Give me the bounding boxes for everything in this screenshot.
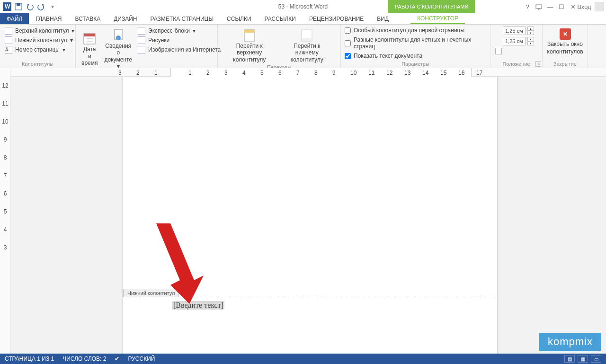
header-label: Верхний колонтитул [15, 27, 69, 34]
quick-parts-button[interactable]: Экспресс-блоки▾ [137, 27, 222, 35]
redo-icon[interactable] [36, 1, 46, 12]
dialog-launcher-icon[interactable]: ↘ [535, 61, 541, 67]
minimize-icon[interactable]: — [545, 2, 555, 11]
header-top-icon [494, 27, 501, 34]
quick-parts-icon [138, 27, 145, 35]
tab-layout[interactable]: РАЗМЕТКА СТРАНИЦЫ [144, 13, 221, 24]
status-page[interactable]: СТРАНИЦА 1 ИЗ 1 [5, 355, 54, 362]
goto-header-button[interactable]: Перейти к верхнемуколонтитулу [222, 27, 277, 64]
status-language[interactable]: РУССКИЙ [128, 355, 155, 362]
svg-rect-6 [84, 34, 95, 36]
page-number-button[interactable]: #Номер страницы▾ [4, 45, 75, 54]
status-bar: СТРАНИЦА 1 ИЗ 1 ЧИСЛО СЛОВ: 2 ✔ РУССКИЙ … [0, 354, 606, 364]
spin-down-icon[interactable]: ▾ [527, 41, 534, 45]
svg-rect-4 [536, 5, 542, 9]
group-options-label: Параметры [345, 61, 486, 67]
view-web-icon[interactable]: ▭ [591, 355, 601, 363]
avatar[interactable] [595, 2, 604, 11]
goto-footer-button: Перейти к нижнемуколонтитулу [280, 27, 334, 64]
tab-designer[interactable]: КОНСТРУКТОР [410, 13, 465, 24]
header-top-spinner[interactable]: ▴▾ [494, 27, 534, 35]
calendar-icon [82, 31, 97, 46]
status-words[interactable]: ЧИСЛО СЛОВ: 2 [62, 355, 106, 362]
header-button[interactable]: Верхний колонтитул▾ [4, 27, 75, 35]
horizontal-ruler[interactable]: 3 2 1 1 2 3 4 5 6 7 8 9 10 11 12 13 14 1… [10, 68, 606, 77]
different-odd-even-checkbox[interactable]: Разные колонтитулы для четных и нечетных… [345, 36, 486, 50]
svg-rect-13 [244, 30, 255, 33]
close-hf-icon: ✕ [560, 28, 571, 40]
tab-review[interactable]: РЕЦЕНЗИРОВАНИЕ [303, 13, 370, 24]
status-proofing-icon[interactable]: ✔ [115, 355, 119, 362]
view-print-icon[interactable]: ▦ [578, 355, 588, 363]
chevron-down-icon: ▾ [193, 27, 196, 34]
doc-info-button[interactable]: i Сведения одокументе▾ [102, 27, 134, 71]
footer-icon [5, 36, 12, 44]
page[interactable]: Нижний колонтитул [Введите текст] [123, 77, 497, 362]
maximize-icon[interactable]: ☐ [557, 2, 566, 11]
group-hf-label: Колонтитулы [4, 61, 71, 67]
page-number-label: Номер страницы [15, 46, 60, 53]
word-logo-icon: W [2, 1, 12, 12]
undo-icon[interactable] [25, 1, 35, 12]
save-icon[interactable] [13, 1, 24, 12]
doc-info-icon: i [111, 27, 126, 43]
insert-alignment-tab[interactable] [494, 47, 534, 55]
qat-customize-icon[interactable]: ▾ [47, 1, 58, 12]
alignment-tab-icon [495, 48, 502, 54]
svg-rect-15 [302, 38, 312, 41]
group-close-label: Закрытие [546, 61, 584, 67]
svg-text:W: W [5, 3, 10, 10]
goto-header-icon [242, 27, 257, 43]
chevron-down-icon: ▾ [70, 37, 73, 44]
goto-footer-icon [299, 27, 314, 43]
vertical-ruler[interactable]: 12 11 10 9 8 7 6 5 4 3 [0, 68, 10, 362]
annotation-arrow-icon [152, 223, 208, 304]
spin-up-icon[interactable]: ▴ [527, 37, 534, 41]
footer-label: Нижний колонтитул [15, 37, 67, 44]
watermark: kompmix [539, 333, 601, 351]
date-time-button[interactable]: Дата ивремя [80, 27, 99, 71]
help-icon[interactable]: ? [523, 2, 532, 11]
chevron-down-icon: ▾ [71, 27, 74, 34]
close-header-footer-button[interactable]: ✕ Закрыть окно колонтитулов [544, 27, 586, 61]
footer-bottom-icon [494, 38, 501, 44]
svg-rect-3 [17, 3, 20, 6]
context-tool-tab: РАБОТА С КОЛОНТИТУЛАМИ [388, 0, 475, 13]
pictures-button[interactable]: Рисунки [137, 36, 222, 44]
spin-up-icon[interactable]: ▴ [527, 27, 534, 31]
online-pictures-icon [138, 46, 145, 53]
show-doc-text-checkbox[interactable]: Показать текст документа [345, 52, 486, 60]
tab-insert[interactable]: ВСТАВКА [68, 13, 107, 24]
close-icon[interactable]: ✕ [568, 2, 578, 11]
footer-button[interactable]: Нижний колонтитул▾ [4, 36, 75, 44]
different-first-checkbox[interactable]: Особый колонтитул для первой страницы [345, 27, 486, 34]
svg-text:i: i [117, 35, 119, 41]
group-position-label: Положение [494, 61, 538, 67]
login-link[interactable]: Вход [579, 2, 589, 11]
view-read-icon[interactable]: ▤ [564, 355, 575, 363]
tab-mailings[interactable]: РАССЫЛКИ [258, 13, 303, 24]
page-number-icon: # [5, 46, 12, 53]
ribbon-options-icon[interactable] [534, 2, 544, 11]
header-icon [5, 27, 12, 35]
footer-bottom-spinner[interactable]: ▴▾ [494, 37, 534, 45]
spin-down-icon[interactable]: ▾ [527, 31, 534, 35]
chevron-down-icon: ▾ [62, 46, 65, 53]
tab-view[interactable]: ВИД [370, 13, 395, 24]
tab-design[interactable]: ДИЗАЙН [107, 13, 143, 24]
document-area[interactable]: Нижний колонтитул [Введите текст] [10, 77, 606, 362]
tab-references[interactable]: ССЫЛКИ [220, 13, 258, 24]
tab-home[interactable]: ГЛАВНАЯ [29, 13, 68, 24]
window-title: 53 - Microsoft Word [278, 3, 328, 10]
pictures-icon [138, 36, 145, 44]
svg-marker-16 [156, 223, 204, 304]
online-pictures-button[interactable]: Изображения из Интернета [137, 45, 222, 54]
tab-file[interactable]: ФАЙЛ [0, 13, 29, 24]
